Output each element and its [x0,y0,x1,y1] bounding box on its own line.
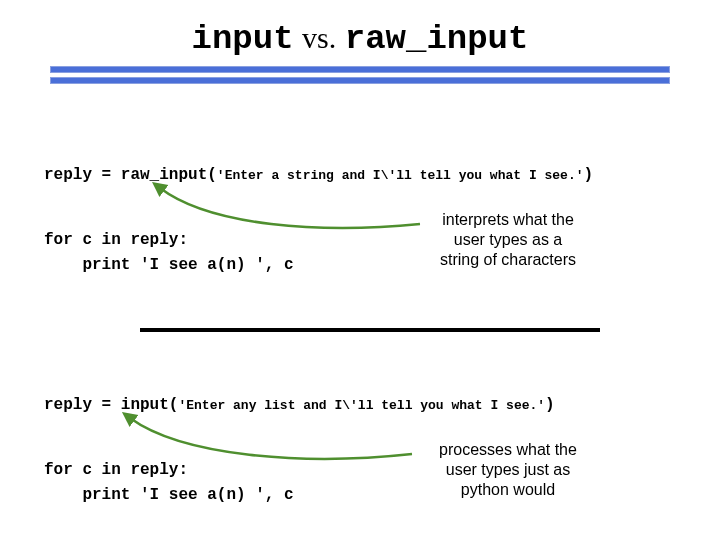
loop2-line2: print 'I see a(n) ', c [44,483,294,508]
code-loop-1: for c in reply: print 'I see a(n) ', c [44,228,294,278]
slide-title: input vs. raw_input [0,18,720,58]
note1-l2: user types as a [418,230,598,250]
separator [140,328,600,332]
note2-l2: user types just as [418,460,598,480]
loop1-line1: for c in reply: [44,228,294,253]
loop1-line2: print 'I see a(n) ', c [44,253,294,278]
note-input: processes what the user types just as py… [418,440,598,500]
note2-l1: processes what the [418,440,598,460]
title-vs: vs. [302,21,336,54]
slide: input vs. raw_input reply = raw_input('E… [0,18,720,540]
assign-tail-2: ) [545,396,555,414]
code-loop-2: for c in reply: print 'I see a(n) ', c [44,458,294,508]
note-raw-input: interprets what the user types as a stri… [418,210,598,270]
note1-l1: interprets what the [418,210,598,230]
loop2-line1: for c in reply: [44,458,294,483]
note1-l3: string of characters [418,250,598,270]
title-underline [50,66,670,84]
title-left: input [192,20,294,58]
note2-l3: python would [418,480,598,500]
arrow-input [112,406,432,466]
arrow-raw-input [140,176,430,236]
title-right: raw_input [345,20,529,58]
assign-tail: ) [584,166,594,184]
